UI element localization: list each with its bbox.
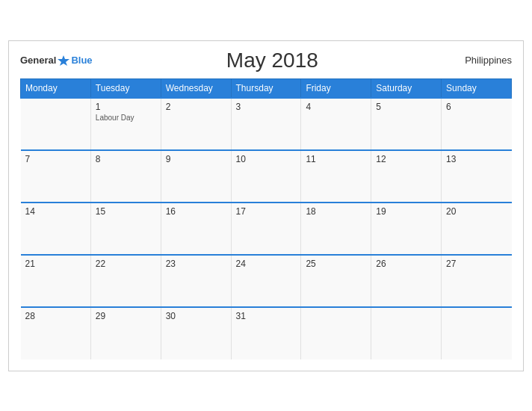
day-number: 21 — [25, 259, 86, 269]
day-cell: 3 — [231, 98, 301, 150]
day-cell: 2 — [161, 98, 231, 150]
day-number: 17 — [236, 206, 297, 217]
day-number: 29 — [96, 311, 156, 321]
day-number: 5 — [376, 102, 436, 112]
weekday-header-row: MondayTuesdayWednesdayThursdayFridaySatu… — [21, 78, 512, 98]
day-number: 8 — [96, 154, 156, 164]
day-number: 7 — [25, 154, 86, 164]
day-number: 15 — [96, 206, 156, 217]
day-number: 1 — [96, 102, 156, 112]
day-number: 12 — [376, 154, 436, 164]
day-cell: 21 — [21, 255, 91, 307]
day-number: 25 — [306, 259, 366, 269]
day-number: 24 — [236, 259, 297, 269]
day-cell: 12 — [371, 150, 442, 203]
day-cell: 27 — [442, 255, 512, 307]
day-cell: 6 — [442, 98, 512, 150]
day-number: 18 — [306, 206, 366, 217]
day-number: 4 — [306, 102, 366, 112]
day-cell: 11 — [301, 150, 371, 203]
day-cell: 9 — [161, 150, 231, 203]
day-cell: 18 — [301, 203, 371, 255]
calendar-body: 1Labour Day23456789101112131415161718192… — [21, 98, 512, 359]
day-cell: 26 — [371, 255, 442, 307]
week-row-3: 14151617181920 — [21, 203, 512, 255]
day-cell: 30 — [161, 307, 231, 359]
weekday-header-wednesday: Wednesday — [161, 78, 231, 98]
day-cell: 10 — [231, 150, 301, 203]
day-number: 28 — [25, 311, 86, 321]
day-number: 23 — [166, 259, 226, 269]
day-cell: 13 — [442, 150, 512, 203]
day-cell: 16 — [161, 203, 231, 255]
day-cell: 14 — [21, 203, 91, 255]
weekday-header-monday: Monday — [21, 78, 91, 98]
day-cell: 20 — [442, 203, 512, 255]
day-number: 10 — [236, 154, 297, 164]
day-number: 26 — [376, 259, 436, 269]
day-number: 14 — [25, 206, 86, 217]
day-cell: 8 — [90, 150, 161, 203]
logo-blue-text: Blue — [71, 55, 92, 66]
day-cell — [301, 307, 371, 359]
day-number: 3 — [236, 102, 297, 112]
holiday-name: Labour Day — [96, 114, 156, 122]
calendar-table: MondayTuesdayWednesdayThursdayFridaySatu… — [20, 78, 512, 359]
day-cell: 19 — [371, 203, 442, 255]
day-cell: 17 — [231, 203, 301, 255]
day-cell: 1Labour Day — [90, 98, 161, 150]
day-number: 13 — [446, 154, 507, 164]
week-row-2: 78910111213 — [21, 150, 512, 203]
day-number: 9 — [166, 154, 226, 164]
day-cell — [442, 307, 512, 359]
calendar-title: May 2018 — [93, 49, 452, 72]
day-cell: 5 — [371, 98, 442, 150]
day-number: 31 — [236, 311, 297, 321]
week-row-1: 1Labour Day23456 — [21, 98, 512, 150]
day-cell: 25 — [301, 255, 371, 307]
day-number: 6 — [446, 102, 507, 112]
weekday-header-thursday: Thursday — [231, 78, 301, 98]
logo-general-text: General — [20, 55, 56, 66]
day-cell: 29 — [90, 307, 161, 359]
svg-marker-0 — [58, 55, 69, 66]
day-cell: 22 — [90, 255, 161, 307]
day-number: 27 — [446, 259, 507, 269]
day-cell: 4 — [301, 98, 371, 150]
weekday-header-tuesday: Tuesday — [90, 78, 161, 98]
week-row-4: 21222324252627 — [21, 255, 512, 307]
logo: General Blue — [20, 54, 93, 67]
day-number: 22 — [96, 259, 156, 269]
weekday-header-saturday: Saturday — [371, 78, 442, 98]
logo-flag-icon — [57, 54, 70, 67]
day-number: 16 — [166, 206, 226, 217]
day-cell: 7 — [21, 150, 91, 203]
day-number: 19 — [376, 206, 436, 217]
day-number: 2 — [166, 102, 226, 112]
day-cell — [21, 98, 91, 150]
day-number: 11 — [306, 154, 366, 164]
calendar: General Blue May 2018 Philippines Monday… — [8, 40, 524, 371]
week-row-5: 28293031 — [21, 307, 512, 359]
weekday-header-sunday: Sunday — [442, 78, 512, 98]
day-cell: 15 — [90, 203, 161, 255]
day-cell: 24 — [231, 255, 301, 307]
calendar-header: General Blue May 2018 Philippines — [20, 49, 512, 72]
day-cell — [371, 307, 442, 359]
calendar-country: Philippines — [452, 55, 512, 66]
day-cell: 31 — [231, 307, 301, 359]
weekday-header-friday: Friday — [301, 78, 371, 98]
day-cell: 23 — [161, 255, 231, 307]
day-cell: 28 — [21, 307, 91, 359]
day-number: 30 — [166, 311, 226, 321]
day-number: 20 — [446, 206, 507, 217]
